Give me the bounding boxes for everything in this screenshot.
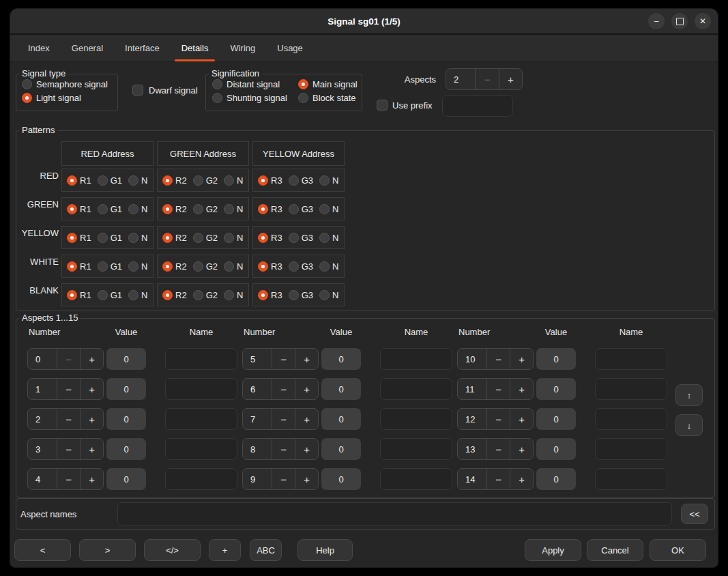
- aspect-name-input-11[interactable]: [595, 378, 667, 400]
- radio-light-signal[interactable]: Light signal: [22, 93, 108, 103]
- spin-plus-button[interactable]: +: [510, 409, 533, 429]
- pattern-radio-red-r2[interactable]: R2: [162, 175, 191, 186]
- spin-minus-button[interactable]: −: [272, 379, 295, 399]
- xml-button[interactable]: </>: [144, 539, 201, 561]
- pattern-radio-red-n[interactable]: N: [224, 175, 247, 186]
- spin-plus-button[interactable]: +: [295, 379, 318, 399]
- pattern-radio-green-n[interactable]: N: [224, 204, 247, 214]
- close-button[interactable]: ✕: [695, 13, 711, 29]
- aspect-name-input-0[interactable]: [165, 348, 237, 370]
- spin-plus-button[interactable]: +: [510, 379, 533, 399]
- spin-value[interactable]: 10: [458, 349, 486, 369]
- spin-minus-button[interactable]: −: [57, 379, 80, 399]
- help-button[interactable]: Help: [297, 539, 353, 561]
- pattern-radio-red-n[interactable]: N: [319, 175, 343, 186]
- spin-minus-button[interactable]: −: [486, 379, 510, 399]
- tab-wiring[interactable]: Wiring: [219, 35, 266, 61]
- pattern-radio-white-n[interactable]: N: [224, 261, 247, 272]
- aspect-name-input-1[interactable]: [165, 378, 237, 400]
- spin-value[interactable]: 3: [28, 439, 57, 459]
- pattern-radio-white-r1[interactable]: R1: [67, 261, 96, 272]
- pattern-radio-blank-n[interactable]: N: [128, 290, 151, 300]
- pattern-radio-blank-n[interactable]: N: [224, 290, 247, 300]
- spin-minus-button[interactable]: −: [272, 349, 295, 369]
- aspects-spinner-value[interactable]: 2: [446, 69, 475, 89]
- pattern-radio-red-r1[interactable]: R1: [67, 175, 96, 186]
- pattern-radio-green-r2[interactable]: R2: [162, 204, 191, 214]
- aspects-minus-button[interactable]: −: [475, 69, 498, 89]
- pattern-radio-white-n[interactable]: N: [319, 261, 343, 272]
- aspect-name-input-13[interactable]: [595, 438, 667, 460]
- pattern-radio-white-r3[interactable]: R3: [258, 261, 287, 272]
- pattern-radio-yellow-g3[interactable]: G3: [289, 233, 317, 243]
- spin-plus-button[interactable]: +: [80, 439, 103, 459]
- pattern-radio-green-n[interactable]: N: [319, 204, 343, 214]
- aspect-name-input-12[interactable]: [595, 408, 667, 430]
- pattern-radio-blank-r3[interactable]: R3: [258, 290, 287, 300]
- spin-value[interactable]: 11: [458, 379, 486, 399]
- spin-value[interactable]: 13: [458, 439, 486, 459]
- spin-value[interactable]: 0: [28, 349, 57, 369]
- apply-button[interactable]: Apply: [525, 539, 581, 561]
- spin-value[interactable]: 9: [243, 469, 272, 489]
- pattern-radio-white-r2[interactable]: R2: [162, 261, 191, 272]
- pattern-radio-yellow-r3[interactable]: R3: [258, 233, 287, 243]
- tab-general[interactable]: General: [61, 35, 114, 61]
- radio-block-state[interactable]: Block state: [298, 93, 358, 103]
- pattern-radio-red-n[interactable]: N: [128, 175, 151, 186]
- move-up-button[interactable]: ↑: [675, 384, 703, 406]
- ok-button[interactable]: OK: [650, 539, 706, 561]
- pattern-radio-green-g3[interactable]: G3: [289, 204, 317, 214]
- pattern-radio-blank-g1[interactable]: G1: [98, 290, 126, 300]
- aspect-name-input-4[interactable]: [165, 468, 237, 490]
- tab-usage[interactable]: Usage: [266, 35, 314, 61]
- pattern-radio-white-g2[interactable]: G2: [193, 261, 222, 272]
- spin-plus-button[interactable]: +: [80, 349, 103, 369]
- spin-plus-button[interactable]: +: [295, 349, 318, 369]
- spin-plus-button[interactable]: +: [295, 469, 318, 489]
- spin-minus-button[interactable]: −: [486, 349, 510, 369]
- spin-value[interactable]: 8: [243, 439, 272, 459]
- spin-plus-button[interactable]: +: [80, 379, 103, 399]
- aspect-name-input-6[interactable]: [380, 378, 452, 400]
- collapse-button[interactable]: <<: [681, 504, 708, 524]
- spin-value[interactable]: 12: [458, 409, 486, 429]
- aspects-plus-button[interactable]: +: [499, 69, 522, 89]
- pattern-radio-green-g2[interactable]: G2: [193, 204, 222, 214]
- move-down-button[interactable]: ↓: [675, 414, 703, 436]
- pattern-radio-yellow-n[interactable]: N: [224, 233, 247, 243]
- spin-plus-button[interactable]: +: [295, 439, 318, 459]
- pattern-radio-blank-g2[interactable]: G2: [193, 290, 222, 300]
- pattern-radio-red-g1[interactable]: G1: [98, 175, 126, 186]
- pattern-radio-red-g3[interactable]: G3: [289, 175, 317, 186]
- pattern-radio-yellow-n[interactable]: N: [128, 233, 151, 243]
- radio-semaphore-signal[interactable]: Semaphore signal: [22, 79, 108, 89]
- aspect-names-input[interactable]: [117, 502, 672, 525]
- spin-minus-button[interactable]: −: [486, 469, 510, 489]
- spin-plus-button[interactable]: +: [295, 409, 318, 429]
- prefix-input[interactable]: [442, 95, 513, 117]
- pattern-radio-white-n[interactable]: N: [128, 261, 151, 272]
- pattern-radio-yellow-g2[interactable]: G2: [193, 233, 222, 243]
- aspect-name-input-14[interactable]: [595, 468, 667, 490]
- spin-minus-button[interactable]: −: [272, 409, 295, 429]
- prev-button[interactable]: <: [14, 539, 71, 561]
- pattern-radio-green-n[interactable]: N: [128, 204, 151, 214]
- spin-minus-button[interactable]: −: [486, 409, 510, 429]
- pattern-radio-yellow-n[interactable]: N: [319, 233, 343, 243]
- maximize-button[interactable]: [671, 13, 688, 29]
- pattern-radio-green-g1[interactable]: G1: [98, 204, 126, 214]
- add-button[interactable]: +: [209, 539, 241, 561]
- pattern-radio-white-g1[interactable]: G1: [98, 261, 126, 272]
- pattern-radio-yellow-g1[interactable]: G1: [98, 233, 126, 243]
- next-button[interactable]: >: [79, 539, 136, 561]
- spin-minus-button[interactable]: −: [486, 439, 510, 459]
- spin-value[interactable]: 4: [28, 469, 57, 489]
- pattern-radio-green-r3[interactable]: R3: [258, 204, 287, 214]
- spin-minus-button[interactable]: −: [57, 349, 80, 369]
- spin-value[interactable]: 14: [458, 469, 486, 489]
- spin-plus-button[interactable]: +: [80, 469, 103, 489]
- spin-plus-button[interactable]: +: [80, 409, 103, 429]
- pattern-radio-blank-n[interactable]: N: [319, 290, 343, 300]
- aspect-name-input-7[interactable]: [380, 408, 452, 430]
